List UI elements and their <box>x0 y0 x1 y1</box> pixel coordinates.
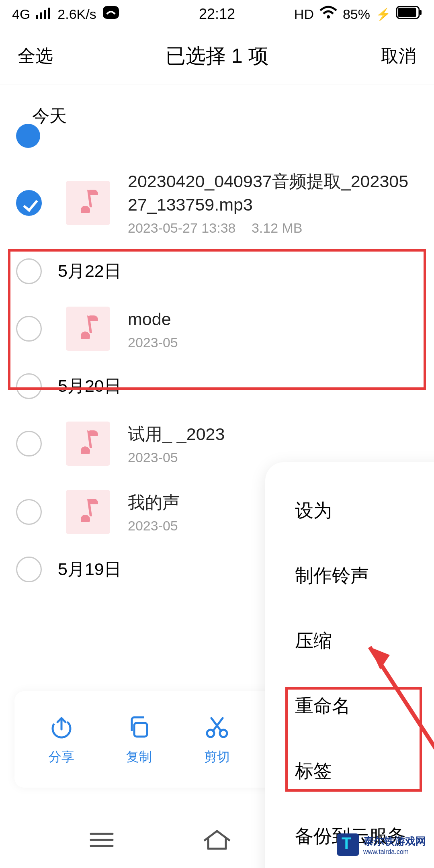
status-bar: 4G 2.6K/s 22:12 HD 85% ⚡ <box>0 0 434 28</box>
status-time: 22:12 <box>0 6 434 23</box>
share-icon <box>47 713 76 741</box>
action-label: 分享 <box>49 748 74 766</box>
checkbox[interactable] <box>16 431 42 457</box>
file-date: 2023-05-27 13:38 <box>128 220 235 235</box>
checkbox[interactable] <box>16 373 42 399</box>
copy-icon <box>125 713 153 741</box>
file-row[interactable]: mode 2023-05 <box>0 295 434 363</box>
file-text: mode 2023-05 <box>128 307 418 350</box>
music-file-icon <box>66 307 110 351</box>
menu-compress[interactable]: 压缩 <box>265 608 434 674</box>
file-text: 20230420_040937音频提取_20230527_133759.mp3 … <box>128 170 418 236</box>
file-date: 2023-05 <box>128 518 178 533</box>
action-copy[interactable]: 复制 <box>105 713 173 766</box>
nav-home-button[interactable] <box>199 828 235 852</box>
checkbox[interactable] <box>16 258 42 284</box>
cancel-button[interactable]: 取消 <box>381 44 416 68</box>
date-label: 5月20日 <box>58 375 121 398</box>
file-date: 2023-05 <box>128 450 178 465</box>
section-today: 今天 <box>0 96 434 136</box>
selection-header: 全选 已选择 1 项 取消 <box>0 28 434 84</box>
watermark-name: 泰尔铁游戏网 <box>363 834 426 848</box>
music-file-icon <box>66 490 110 534</box>
date-label: 5月22日 <box>58 260 121 283</box>
file-name: mode <box>128 307 418 331</box>
watermark: 泰尔铁游戏网 www.tairda.com <box>337 833 426 856</box>
action-cut[interactable]: 剪切 <box>183 713 251 766</box>
nav-recents-button[interactable] <box>84 828 120 852</box>
music-file-icon <box>66 181 110 225</box>
file-meta: 2023-05-27 13:38 3.12 MB <box>128 220 418 236</box>
menu-rename[interactable]: 重命名 <box>265 674 434 739</box>
date-label: 5月19日 <box>58 558 121 581</box>
action-label: 剪切 <box>204 748 230 766</box>
file-name: 试用_ _2023 <box>128 422 418 446</box>
svg-rect-12 <box>134 723 147 737</box>
watermark-logo-icon <box>337 833 359 856</box>
checkbox-checked-partial[interactable] <box>16 124 40 148</box>
action-share[interactable]: 分享 <box>27 713 96 766</box>
action-label: 复制 <box>126 748 152 766</box>
menu-make-ringtone[interactable]: 制作铃声 <box>265 543 434 608</box>
partial-row <box>0 136 434 158</box>
select-all-button[interactable]: 全选 <box>18 44 53 68</box>
file-date: 2023-05 <box>128 335 178 350</box>
checkbox[interactable] <box>16 557 42 582</box>
file-row[interactable]: 20230420_040937音频提取_20230527_133759.mp3 … <box>0 158 434 248</box>
checkbox[interactable] <box>16 316 42 342</box>
file-meta: 2023-05 <box>128 335 418 350</box>
music-file-icon <box>66 422 110 466</box>
menu-tags[interactable]: 标签 <box>265 739 434 804</box>
selection-title: 已选择 1 项 <box>166 43 268 70</box>
file-text: 试用_ _2023 2023-05 <box>128 422 418 465</box>
watermark-url: www.tairda.com <box>363 848 426 856</box>
file-name: 20230420_040937音频提取_20230527_133759.mp3 <box>128 170 418 216</box>
menu-set-as[interactable]: 设为 <box>265 478 434 543</box>
checkbox-checked[interactable] <box>16 190 42 216</box>
date-row[interactable]: 5月22日 <box>0 248 434 295</box>
date-row[interactable]: 5月20日 <box>0 363 434 409</box>
more-menu-popup: 设为 制作铃声 压缩 重命名 标签 备份到云服务 打开方式 <box>265 462 434 868</box>
checkbox[interactable] <box>16 499 42 525</box>
cut-icon <box>203 713 231 741</box>
file-size: 3.12 MB <box>252 220 303 235</box>
